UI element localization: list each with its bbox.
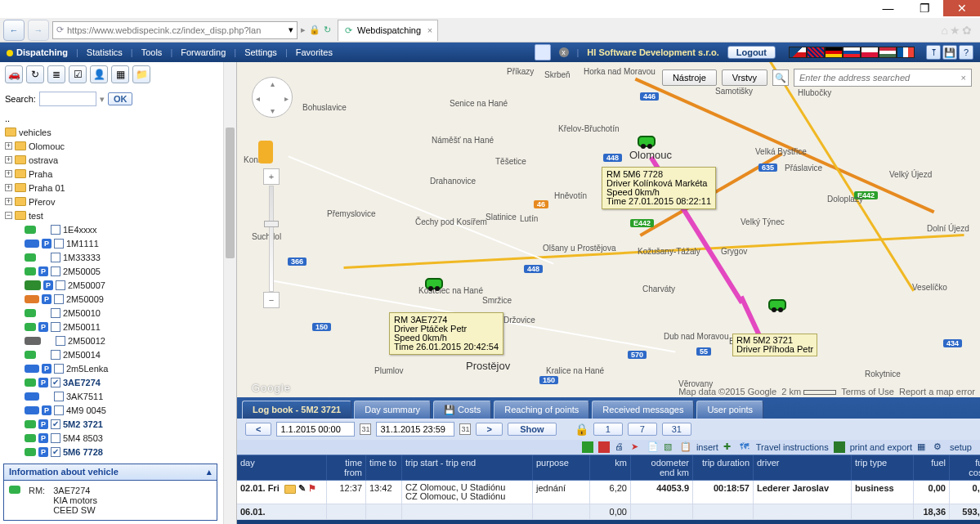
expand-icon[interactable]: − <box>5 212 12 219</box>
flag-de[interactable] <box>825 47 843 58</box>
icon-arrow[interactable]: ➤ <box>631 441 642 453</box>
date-prev-button[interactable]: < <box>245 423 271 436</box>
save-icon[interactable]: 💾 <box>942 45 957 60</box>
icon-print[interactable]: 🖨 <box>615 441 626 453</box>
tab-day-summary[interactable]: Day summary <box>354 401 431 419</box>
tree-group[interactable]: +Praha <box>5 167 231 181</box>
vehicle-checkbox[interactable] <box>51 433 60 443</box>
tree-vehicle[interactable]: P2M50005 <box>5 264 231 278</box>
flag-cz[interactable] <box>789 47 807 58</box>
tree-vehicle[interactable]: 1M33333 <box>5 250 231 264</box>
vehicle-checkbox[interactable] <box>51 266 60 276</box>
search-dropdown-icon[interactable]: ▾ <box>100 94 105 105</box>
map-layers-button[interactable]: Vrstvy <box>722 69 767 86</box>
tree-vehicle[interactable]: 2M50012 <box>5 334 231 347</box>
icon-doc[interactable]: 📄 <box>647 441 659 453</box>
icon-insert[interactable]: ✚ <box>723 441 735 453</box>
map[interactable]: 446 448 448 635 E442 E442 E442 46 366 15… <box>237 62 980 397</box>
vehicle-checkbox[interactable] <box>56 280 65 290</box>
tab-costs[interactable]: 💾 Costs <box>433 401 491 419</box>
preset-31day[interactable]: 31 <box>662 423 691 436</box>
vehicle-checkbox[interactable] <box>51 308 60 318</box>
company-close-icon[interactable]: x <box>559 47 569 57</box>
tree-group[interactable]: +Praha 01 <box>5 181 231 195</box>
browser-back-button[interactable]: ← <box>3 20 25 41</box>
expand-icon[interactable]: + <box>5 184 12 191</box>
sidebar-scrollbar[interactable] <box>223 62 236 524</box>
tree-vehicle[interactable]: P4M9 0045 <box>5 403 231 417</box>
flag-pl[interactable] <box>861 47 879 58</box>
calendar-from-icon[interactable]: 31 <box>360 423 371 435</box>
tree-vehicle[interactable]: P2M50011 <box>5 320 231 334</box>
flag-sk[interactable] <box>843 47 861 58</box>
link-setup[interactable]: setup <box>950 442 972 452</box>
browser-tab[interactable]: ⟳ Webdispatching × <box>338 20 438 41</box>
calendar-to-icon[interactable]: 31 <box>459 423 471 435</box>
row-edit-icon[interactable]: ✎ <box>298 483 306 493</box>
show-button[interactable]: Show <box>508 423 557 436</box>
tree-vehicle[interactable]: P2M50007 <box>5 278 231 292</box>
tree-group[interactable]: +Olomouc <box>5 139 231 153</box>
expand-icon[interactable]: + <box>5 142 12 150</box>
expand-icon[interactable]: + <box>5 170 12 177</box>
browser-forward-button[interactable]: → <box>28 20 49 41</box>
flag-hu[interactable] <box>879 47 897 58</box>
map-search-box[interactable]: × <box>794 69 972 87</box>
refresh-icon[interactable]: ↻ <box>324 25 331 35</box>
logout-button[interactable]: Logout <box>727 46 776 59</box>
tab-close-icon[interactable]: × <box>427 25 432 35</box>
tree-vehicle[interactable]: 1E4xxxx <box>5 222 231 236</box>
tab-logbook[interactable]: Log book - 5M2 3721 <box>242 401 351 419</box>
vehicle-checkbox[interactable] <box>54 405 64 415</box>
tree-group[interactable]: +ostrava <box>5 153 231 167</box>
tools-cog-icon[interactable]: ✿ <box>962 24 972 37</box>
vehicle-checkbox[interactable] <box>54 364 64 374</box>
favorite-star-icon[interactable]: ★ <box>950 24 960 37</box>
row-folder-icon[interactable] <box>284 485 296 494</box>
tree-vehicle[interactable]: P2M50009 <box>5 292 231 306</box>
row-flag-icon[interactable]: ⚑ <box>308 483 316 493</box>
icon-gear[interactable]: ⚙ <box>933 441 945 453</box>
window-close[interactable]: ✕ <box>943 0 980 16</box>
icon-cal[interactable]: ▦ <box>917 441 929 453</box>
flag-uk[interactable] <box>807 47 825 58</box>
link-insert[interactable]: insert <box>696 442 718 452</box>
tool-car-icon[interactable]: 🚗 <box>5 65 23 83</box>
preset-7day[interactable]: 7 <box>628 423 657 436</box>
tool-refresh-icon[interactable]: ↻ <box>26 65 44 83</box>
menu-dispatching[interactable]: Dispatching <box>7 47 68 57</box>
window-minimize[interactable]: — <box>870 0 906 16</box>
tree-vehicle[interactable]: P✔5M6 7728 <box>5 445 231 459</box>
vehicle-checkbox[interactable] <box>56 336 65 346</box>
dropdown-icon[interactable]: ▾ <box>289 25 293 35</box>
preset-1day[interactable]: 1 <box>593 423 623 436</box>
menu-forwarding[interactable]: Forwarding <box>181 47 226 57</box>
icon-route[interactable]: 🗺 <box>740 441 751 453</box>
tool-check-icon[interactable]: ☑ <box>69 65 87 83</box>
map-marker-5m6[interactable] <box>638 136 659 152</box>
help-icon[interactable]: ? <box>959 45 973 60</box>
logbook-row[interactable]: 06.01.0,0018,36593,061500,00 <box>237 504 980 520</box>
zoom-in-button[interactable]: + <box>263 168 280 185</box>
map-marker-5m2[interactable] <box>768 299 790 316</box>
icon-xls[interactable]: ▧ <box>664 441 675 453</box>
menu-favorites[interactable]: Favorites <box>296 47 333 57</box>
tree-vehicle[interactable]: P1M1111 <box>5 236 231 250</box>
icon-xls2[interactable] <box>834 441 845 453</box>
link-travel[interactable]: Travel instructions <box>756 442 829 452</box>
map-pan-control[interactable]: ▴ ▾ ◂ ▸ <box>252 77 293 118</box>
tab-user-points[interactable]: User points <box>696 401 763 419</box>
logbook-row[interactable]: 02.01. Fri ✎ ⚑12:3713:42CZ Olomouc, U St… <box>237 481 980 504</box>
tree-vehicle[interactable]: 3AK7511 <box>5 389 231 403</box>
map-marker-3ae[interactable] <box>425 278 446 294</box>
tree-group[interactable]: −test <box>5 208 231 222</box>
vehicle-checkbox[interactable] <box>51 322 60 332</box>
tree-vehicle[interactable]: P2m5Lenka <box>5 361 231 375</box>
tree-vehicle[interactable]: P✔5M2 3721 <box>5 417 231 431</box>
tree-root[interactable]: .. <box>5 111 231 125</box>
link-print-export[interactable]: print and export <box>850 442 912 452</box>
tool-list-icon[interactable]: ≣ <box>47 65 65 83</box>
streetview-pegman[interactable] <box>258 141 273 163</box>
map-search-clear-icon[interactable]: × <box>956 73 971 83</box>
date-next-button[interactable]: > <box>476 423 502 436</box>
